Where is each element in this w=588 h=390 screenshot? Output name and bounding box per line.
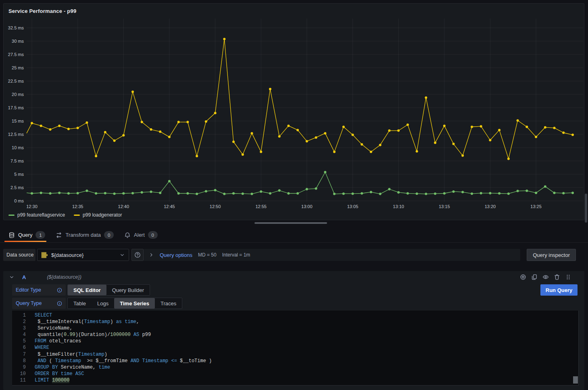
chevron-right-icon <box>148 252 154 258</box>
line-number: 1 <box>12 312 26 319</box>
svg-text:12:50: 12:50 <box>210 204 221 209</box>
database-icon <box>8 232 15 238</box>
svg-text:12:30: 12:30 <box>26 204 38 209</box>
sql-line: 7 $__timeFilter(Timestamp) <box>12 351 578 358</box>
editor-type-option-query-builder[interactable]: Query Builder <box>106 285 150 295</box>
svg-text:22.5 ms: 22.5 ms <box>8 79 24 83</box>
tab-label: Query <box>18 232 32 238</box>
svg-text:30 ms: 30 ms <box>12 39 24 44</box>
line-number: 4 <box>12 332 26 338</box>
page-scrollbar-thumb[interactable] <box>585 194 587 223</box>
query-type-chip: Query Type <box>12 298 66 309</box>
svg-text:13:10: 13:10 <box>393 204 404 209</box>
svg-text:15 ms: 15 ms <box>12 119 24 123</box>
svg-text:5 ms: 5 ms <box>14 172 24 177</box>
query-type-option-time-series[interactable]: Time Series <box>114 298 155 309</box>
svg-text:12.5 ms: 12.5 ms <box>8 132 24 137</box>
tab-query[interactable]: Query1 <box>3 227 50 242</box>
query-ref-letter: A <box>22 274 26 280</box>
legend-series-label: p99 featureflagservice <box>17 212 65 218</box>
datasource-value: ${datasource} <box>51 252 116 258</box>
query-row-header[interactable]: A (${datasource}) <box>3 271 584 283</box>
line-number: 7 <box>12 351 26 358</box>
sql-line: 4 quantile(0.99)(Duration)/1000000 AS p9… <box>12 332 578 338</box>
sql-line: 2 $__timeInterval(Timestamp) as time, <box>12 319 578 325</box>
copy-icon[interactable] <box>531 274 538 280</box>
query-inspector-button[interactable]: Query inspector <box>527 249 576 261</box>
line-number: 6 <box>12 344 26 351</box>
line-number: 10 <box>12 371 26 377</box>
collapse-chevron-down-icon[interactable] <box>9 274 15 280</box>
svg-text:2.5 ms: 2.5 ms <box>10 185 24 190</box>
eye-icon[interactable] <box>542 274 549 280</box>
query-type-option-traces[interactable]: Traces <box>155 298 182 309</box>
svg-text:32.5 ms: 32.5 ms <box>8 25 24 30</box>
transform-icon <box>56 232 62 238</box>
pane-resize-handle[interactable] <box>254 222 327 224</box>
trash-icon[interactable] <box>554 274 560 280</box>
chevron-down-icon <box>119 252 125 258</box>
legend-series-swatch <box>74 215 80 216</box>
timeseries-panel: Service Performance - p99 0 ms2.5 ms5 ms… <box>3 3 584 220</box>
tab-transform-data[interactable]: Transform data0 <box>50 227 119 242</box>
timeseries-chart[interactable]: 0 ms2.5 ms5 ms7.5 ms10 ms12.5 ms15 ms17.… <box>4 4 584 221</box>
svg-text:13:25: 13:25 <box>530 204 542 209</box>
sql-line: 10ORDER BY time ASC <box>12 371 578 377</box>
editor-scrollbar-thumb[interactable] <box>573 376 578 384</box>
sql-code-editor[interactable]: 1SELECT2 $__timeInterval(Timestamp) as t… <box>12 311 579 386</box>
drag-handle-icon[interactable] <box>565 274 571 280</box>
line-number: 5 <box>12 338 26 344</box>
svg-text:25 ms: 25 ms <box>12 65 24 70</box>
datasource-help-button[interactable] <box>131 249 144 261</box>
editor-type-group: SQL EditorQuery Builder <box>67 284 150 296</box>
line-number: 9 <box>12 364 26 371</box>
tab-count-badge: 0 <box>148 231 158 239</box>
query-datasource-hint: (${datasource}) <box>47 274 81 280</box>
info-circle-icon[interactable] <box>57 301 62 306</box>
line-number: 11 <box>12 377 26 384</box>
tab-label: Transform data <box>65 232 101 238</box>
info-circle-icon[interactable] <box>57 288 62 293</box>
query-type-group: TableLogsTime SeriesTraces <box>67 298 182 309</box>
tab-label: Alert <box>134 232 145 238</box>
query-options-interval: Interval = 1m <box>222 252 250 258</box>
sql-line: 11LIMIT 100000 <box>12 377 578 384</box>
svg-text:0 ms: 0 ms <box>14 198 24 203</box>
tab-count-badge: 1 <box>35 231 45 239</box>
legend-item-p99-loadgenerator[interactable]: p99 loadgenerator <box>74 212 122 218</box>
chart-legend: p99 featureflagservicep99 loadgenerator <box>8 212 122 218</box>
query-type-option-table[interactable]: Table <box>68 298 92 309</box>
svg-text:7.5 ms: 7.5 ms <box>10 159 24 163</box>
datasource-picker[interactable]: ${datasource} <box>37 249 129 261</box>
tab-alert[interactable]: Alert0 <box>119 227 163 242</box>
svg-text:12:45: 12:45 <box>164 204 175 209</box>
query-type-option-logs[interactable]: Logs <box>92 298 114 309</box>
query-actions <box>520 274 571 280</box>
svg-text:12:55: 12:55 <box>255 204 267 209</box>
sql-line: 1SELECT <box>12 312 578 319</box>
editor-tab-bar: Query1Transform data0Alert0 <box>3 227 163 242</box>
svg-text:13:05: 13:05 <box>347 204 359 209</box>
record-icon[interactable] <box>520 274 526 280</box>
run-query-button[interactable]: Run Query <box>540 284 578 296</box>
editor-type-option-sql-editor[interactable]: SQL Editor <box>68 285 106 295</box>
tab-count-badge: 0 <box>104 231 114 239</box>
query-options-toggle[interactable]: Query options MD = 50 Interval = 1m <box>144 249 520 261</box>
sql-line: 6WHERE <box>12 344 578 351</box>
datasource-label: Data source <box>3 249 35 261</box>
sql-line: 8 AND ( Timestamp >= $__fromTime AND Tim… <box>12 358 578 364</box>
sql-line: 5FROM otel_traces <box>12 338 578 344</box>
editor-type-label: Editor Type <box>16 287 41 293</box>
bell-icon <box>124 232 131 238</box>
query-options-label: Query options <box>160 252 192 258</box>
query-editor-card: A (${datasource}) Editor Type SQL Editor… <box>3 271 584 390</box>
line-number: 3 <box>12 325 26 332</box>
line-number: 8 <box>12 358 26 364</box>
editor-type-row: Editor Type SQL EditorQuery Builder <box>12 284 150 296</box>
svg-text:27.5 ms: 27.5 ms <box>8 52 24 57</box>
svg-text:17.5 ms: 17.5 ms <box>8 105 24 110</box>
svg-text:13:20: 13:20 <box>485 204 496 209</box>
help-circle-icon <box>134 252 141 258</box>
query-options-md: MD = 50 <box>198 252 217 258</box>
legend-item-p99-featureflagservice[interactable]: p99 featureflagservice <box>8 212 65 218</box>
